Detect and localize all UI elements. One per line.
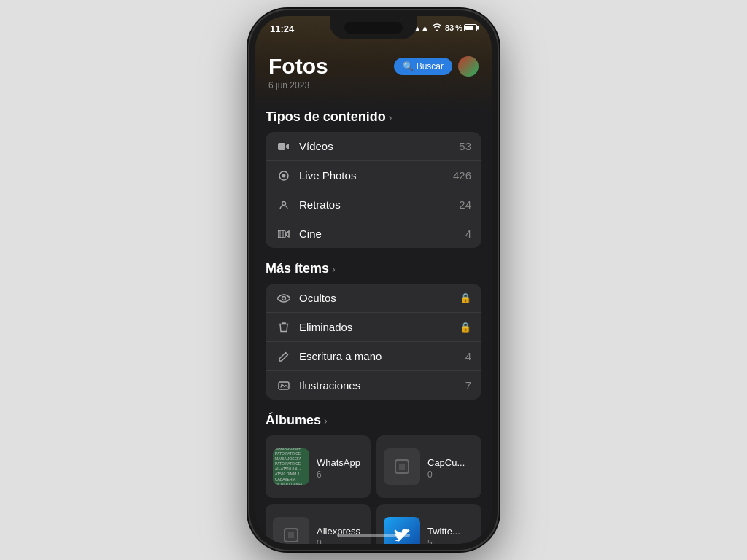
item-label: Ocultos	[299, 292, 460, 304]
list-item[interactable]: Vídeos 53	[266, 132, 481, 161]
tipos-list: Vídeos 53 Live Photos 426	[266, 132, 481, 248]
album-count: 6	[317, 470, 360, 480]
svg-rect-4	[278, 230, 285, 238]
tipos-section-header[interactable]: Tipos de contenido ›	[266, 109, 481, 125]
svg-point-9	[281, 384, 282, 386]
album-count: 5	[427, 538, 460, 545]
item-label: Cine	[299, 228, 465, 240]
header-actions: 🔍 Buscar	[394, 56, 479, 77]
video-icon	[276, 142, 292, 151]
lock-icon: 🔒	[460, 322, 471, 332]
date-text: 6 jun 2023	[268, 80, 479, 90]
album-count: 0	[427, 470, 465, 480]
item-count: 426	[453, 169, 471, 182]
phone-frame: 11:24 ▲▲▲ 83 %	[249, 10, 498, 550]
list-item[interactable]: Ocultos 🔒	[266, 284, 481, 313]
pencil-icon	[276, 351, 292, 362]
item-label: Live Photos	[299, 169, 453, 182]
album-card[interactable]: Aliexpress 0	[266, 504, 371, 544]
wifi-icon	[432, 23, 442, 32]
album-info: CapCu... 0	[427, 448, 471, 486]
item-label: Escritura a mano	[299, 350, 465, 362]
search-icon: 🔍	[403, 61, 414, 71]
mas-chevron-icon: ›	[332, 263, 336, 275]
avatar-image	[458, 56, 479, 77]
cine-icon	[276, 230, 292, 238]
trash-icon	[276, 322, 292, 332]
album-name: WhatsApp	[317, 457, 360, 468]
album-card[interactable]: CapCu... 0	[376, 435, 481, 498]
item-label: Eliminados	[299, 321, 460, 333]
album-thumbnail	[384, 517, 420, 544]
svg-point-3	[282, 201, 286, 205]
tipos-chevron-icon: ›	[389, 112, 392, 123]
search-button[interactable]: 🔍 Buscar	[394, 58, 452, 75]
item-count: 7	[465, 379, 471, 392]
albums-grid: MARIA JOSEFA PATO PATRICE MARIA JOSEFA P…	[266, 435, 481, 544]
mas-section-title: Más ítems	[266, 261, 329, 276]
album-card[interactable]: MARIA JOSEFA PATO PATRICE MARIA JOSEFA P…	[266, 435, 371, 498]
album-name: Twitte...	[427, 526, 460, 537]
live-photo-icon	[276, 170, 292, 182]
illustration-icon	[276, 381, 292, 391]
svg-point-7	[282, 296, 286, 300]
avatar[interactable]	[458, 56, 479, 77]
item-count: 53	[459, 140, 471, 152]
list-item[interactable]: Live Photos 426	[266, 161, 481, 190]
svg-rect-0	[278, 143, 285, 150]
list-item[interactable]: Escritura a mano 4	[266, 342, 481, 371]
album-card[interactable]: Twitte... 5	[376, 504, 481, 544]
album-name: CapCu...	[427, 457, 465, 468]
list-item[interactable]: Retratos 24	[266, 190, 481, 219]
mas-section-header[interactable]: Más ítems ›	[266, 261, 481, 276]
item-count: 4	[465, 350, 471, 362]
albums-chevron-icon: ›	[324, 415, 328, 427]
album-info: Twitte... 5	[427, 517, 466, 545]
album-thumbnail	[273, 517, 309, 544]
eye-icon	[276, 294, 292, 303]
item-count: 24	[459, 198, 471, 211]
album-info: Aliexpress 0	[317, 517, 366, 545]
phone-screen: 11:24 ▲▲▲ 83 %	[255, 16, 492, 544]
album-info: WhatsApp 6	[317, 448, 366, 486]
list-item[interactable]: Eliminados 🔒	[266, 313, 481, 342]
item-label: Vídeos	[299, 140, 459, 152]
albums-section-title: Álbumes	[266, 413, 321, 428]
content-area: Tipos de contenido › Vídeos 53	[255, 109, 492, 544]
tipos-section-title: Tipos de contenido	[266, 109, 386, 125]
battery-icon: 83 %	[445, 23, 477, 32]
svg-point-2	[282, 174, 286, 177]
app-title: Fotos	[268, 54, 328, 79]
list-item[interactable]: Ilustraciones 7	[266, 371, 481, 400]
album-count: 0	[317, 538, 360, 545]
album-thumbnail	[384, 448, 420, 485]
item-label: Ilustraciones	[299, 379, 465, 392]
list-item[interactable]: Cine 4	[266, 219, 481, 248]
home-indicator	[337, 534, 410, 537]
portrait-icon	[276, 200, 292, 210]
camera-pill	[344, 22, 403, 34]
album-thumbnail: MARIA JOSEFA PATO PATRICE MARIA JOSEFA P…	[273, 448, 309, 485]
mas-list: Ocultos 🔒 Eliminados 🔒	[266, 284, 481, 400]
scroll-content[interactable]: Fotos 🔍 Buscar 6 jun 2023	[255, 16, 492, 544]
item-count: 4	[465, 228, 471, 240]
dynamic-island	[330, 16, 417, 39]
lock-icon: 🔒	[460, 292, 471, 303]
item-label: Retratos	[299, 198, 459, 211]
albums-section-header[interactable]: Álbumes ›	[266, 413, 481, 428]
